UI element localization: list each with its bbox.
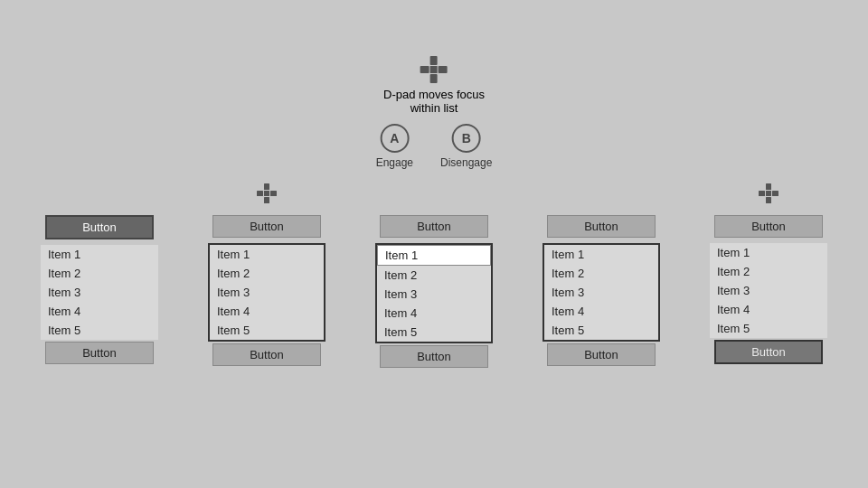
bottom-button-col4[interactable]: Button [547,343,656,366]
svg-rect-9 [264,191,269,196]
dpad-icon-center [419,54,449,88]
list-item[interactable]: Item 5 [210,321,324,340]
top-button-col3[interactable]: Button [380,215,488,238]
button-icon-group: A Engage B Disengage [376,124,493,169]
columns-row: ButtonItem 1Item 2Item 3Item 4Item 5Butt… [0,181,868,371]
svg-rect-14 [766,191,771,196]
list-col1: Item 1Item 2Item 3Item 4Item 5 [41,245,158,340]
list-item[interactable]: Item 2 [544,264,658,283]
svg-rect-3 [439,66,448,73]
list-item[interactable]: Item 3 [377,285,491,304]
list-item[interactable]: Item 5 [377,323,491,342]
bottom-button-col2[interactable]: Button [212,343,321,366]
list-item[interactable]: Item 5 [41,321,158,340]
svg-rect-8 [270,191,277,196]
list-item[interactable]: Item 2 [210,264,324,283]
list-item[interactable]: Item 1 [710,243,827,262]
list-item[interactable]: Item 4 [710,300,827,319]
list-col4: Item 1Item 2Item 3Item 4Item 5 [542,243,660,342]
list-item[interactable]: Item 2 [377,266,491,285]
top-button-col2[interactable]: Button [212,215,321,238]
column-5: ButtonItem 1Item 2Item 3Item 4Item 5Butt… [685,181,853,368]
svg-rect-12 [759,191,765,196]
svg-rect-13 [772,191,778,196]
list-col2: Item 1Item 2Item 3Item 4Item 5 [208,243,326,342]
list-item[interactable]: Item 5 [544,321,658,340]
list-item[interactable]: Item 5 [710,319,827,338]
list-item[interactable]: Item 1 [377,245,491,266]
list-item[interactable]: Item 4 [210,302,324,321]
disengage-group: B Disengage [440,124,492,169]
list-item[interactable]: Item 3 [710,281,827,300]
list-item[interactable]: Item 4 [544,302,658,321]
dpad-info-text: D-pad moves focus within list [383,88,485,115]
list-col5: Item 1Item 2Item 3Item 4Item 5 [710,243,827,338]
list-item[interactable]: Item 4 [377,304,491,323]
a-button-icon: A [380,124,409,153]
engage-group: A Engage [376,124,413,169]
list-item[interactable]: Item 1 [41,245,158,264]
top-button-col1[interactable]: Button [45,215,154,239]
dpad-icon-col5 [758,181,779,206]
svg-rect-2 [420,66,429,73]
center-info: D-pad moves focus within list A Engage B… [376,54,493,169]
list-item[interactable]: Item 4 [41,302,158,321]
column-3: ButtonItem 1Item 2Item 3Item 4Item 5Butt… [351,181,518,371]
svg-rect-11 [766,197,771,203]
svg-rect-1 [430,74,438,83]
column-2: ButtonItem 1Item 2Item 3Item 4Item 5Butt… [184,181,351,370]
top-button-col5[interactable]: Button [714,215,823,238]
list-item[interactable]: Item 3 [210,283,324,302]
top-button-col4[interactable]: Button [547,215,656,238]
list-item[interactable]: Item 1 [210,245,324,264]
list-item[interactable]: Item 3 [544,283,658,302]
list-col3: Item 1Item 2Item 3Item 4Item 5 [375,243,493,343]
svg-rect-7 [257,191,263,196]
svg-rect-10 [766,183,771,190]
bottom-button-col3[interactable]: Button [380,345,488,368]
dpad-icon-col2 [256,181,278,206]
bottom-button-col5[interactable]: Button [714,340,823,364]
column-4: ButtonItem 1Item 2Item 3Item 4Item 5Butt… [518,181,685,370]
svg-rect-6 [264,197,269,203]
svg-rect-0 [430,56,438,65]
svg-rect-4 [430,66,438,73]
disengage-label: Disengage [440,156,492,169]
column-1: ButtonItem 1Item 2Item 3Item 4Item 5Butt… [16,181,184,368]
list-item[interactable]: Item 2 [41,264,158,283]
b-button-icon: B [452,124,481,153]
bottom-button-col1[interactable]: Button [45,342,154,364]
list-item[interactable]: Item 2 [710,262,827,281]
svg-rect-5 [264,183,269,190]
engage-label: Engage [376,156,413,169]
list-item[interactable]: Item 1 [544,245,658,264]
list-item[interactable]: Item 3 [41,283,158,302]
